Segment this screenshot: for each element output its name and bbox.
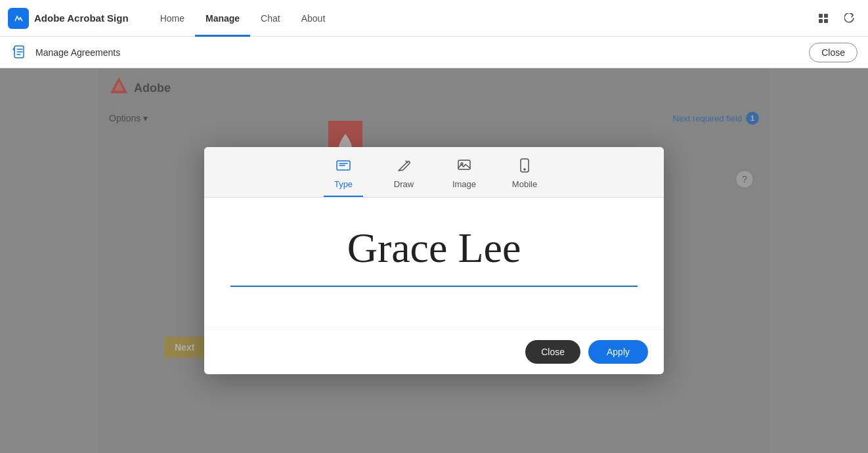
close-agreements-button[interactable]: Close [809, 43, 857, 62]
svg-rect-2 [824, 14, 828, 18]
modal-tabs: Type Draw [204, 147, 664, 198]
tab-type-label: Type [334, 179, 353, 189]
nav-chat[interactable]: Chat [250, 0, 291, 37]
nav-about[interactable]: About [291, 0, 336, 37]
nav-refresh-icon[interactable] [839, 8, 860, 29]
right-sidebar [770, 68, 868, 453]
tab-draw-label: Draw [394, 179, 414, 189]
main-area: Adobe ? Options ▾ Next required field 1 … [0, 68, 868, 453]
svg-rect-4 [824, 19, 828, 23]
svg-rect-3 [819, 19, 823, 23]
tab-image-icon [456, 158, 472, 177]
modal-overlay: Type Draw [98, 68, 770, 453]
top-nav: Adobe Acrobat Sign Home Manage Chat Abou… [0, 0, 868, 37]
tab-type[interactable]: Type [324, 158, 363, 197]
tab-mobile-label: Mobile [512, 179, 537, 189]
tab-type-icon [336, 158, 351, 177]
nav-right [813, 8, 860, 29]
manage-agreements-icon [11, 43, 29, 62]
tab-mobile-icon [517, 158, 532, 177]
signature-text: Grace Lee [230, 211, 638, 286]
nav-links: Home Manage Chat About [150, 0, 336, 37]
svg-rect-1 [819, 14, 823, 18]
app-title: Adobe Acrobat Sign [34, 12, 129, 24]
svg-rect-9 [458, 160, 470, 169]
tab-image[interactable]: Image [445, 158, 484, 197]
doc-area: Adobe ? Options ▾ Next required field 1 … [98, 68, 770, 453]
nav-home[interactable]: Home [150, 0, 195, 37]
modal-close-button[interactable]: Close [525, 340, 580, 364]
sub-nav-title: Manage Agreements [35, 47, 120, 58]
left-sidebar [0, 68, 98, 453]
modal-footer: Close Apply [204, 329, 664, 374]
svg-point-12 [524, 169, 525, 170]
signature-underline [230, 286, 638, 287]
acrobat-sign-icon [8, 8, 29, 29]
modal-apply-button[interactable]: Apply [588, 340, 648, 364]
signature-area: Grace Lee [204, 198, 664, 329]
nav-manage[interactable]: Manage [195, 0, 250, 37]
tab-mobile[interactable]: Mobile [505, 158, 544, 197]
nav-grid-icon[interactable] [813, 8, 834, 29]
sub-nav: Manage Agreements Close [0, 37, 868, 68]
app-logo: Adobe Acrobat Sign [8, 8, 129, 29]
signature-modal: Type Draw [204, 147, 664, 374]
tab-draw[interactable]: Draw [384, 158, 423, 197]
tab-image-label: Image [452, 179, 476, 189]
tab-draw-icon [396, 158, 412, 177]
